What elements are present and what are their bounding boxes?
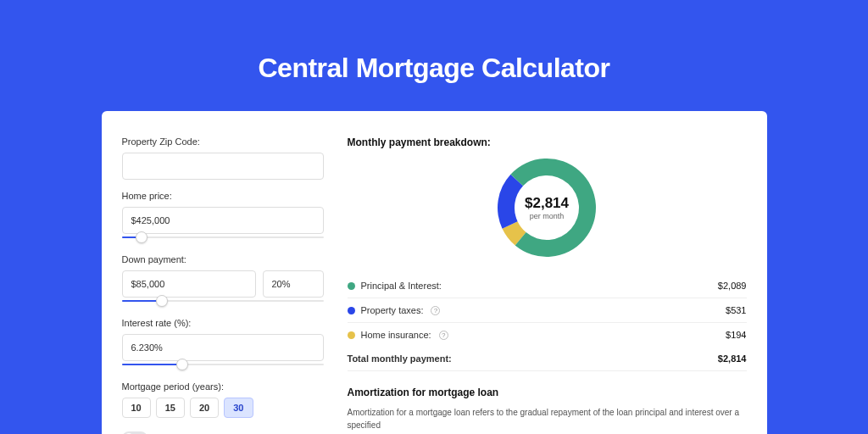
legend-value: $194: [726, 330, 746, 340]
amortization-body: Amortization for a mortgage loan refers …: [348, 407, 747, 431]
home-price-slider[interactable]: [122, 231, 324, 243]
down-payment-slider[interactable]: [122, 295, 324, 307]
slider-track: [122, 236, 324, 238]
donut-chart: $2,814 per month: [496, 157, 598, 259]
legend-left: Principal & Interest:: [348, 281, 442, 291]
donut-chart-wrap: $2,814 per month: [348, 157, 747, 259]
down-payment-label: Down payment:: [122, 254, 324, 264]
donut-center-value: $2,814: [525, 195, 569, 212]
legend-left: Home insurance:?: [348, 330, 448, 340]
zip-group: Property Zip Code:: [122, 136, 324, 180]
legend-row: Property taxes:?$531: [348, 298, 747, 323]
breakdown-heading: Monthly payment breakdown:: [348, 136, 747, 148]
page-title: Central Mortgage Calculator: [0, 0, 868, 84]
legend-total-label: Total monthly payment:: [348, 353, 452, 364]
slider-thumb[interactable]: [176, 359, 188, 370]
slider-fill: [122, 364, 182, 365]
period-option-15[interactable]: 15: [156, 398, 185, 418]
legend-row: Principal & Interest:$2,089: [348, 274, 747, 298]
legend-value: $531: [726, 305, 746, 315]
amortization-heading: Amortization for mortgage loan: [348, 387, 747, 398]
period-option-20[interactable]: 20: [190, 398, 219, 418]
period-option-30[interactable]: 30: [224, 398, 253, 418]
period-label: Mortgage period (years):: [122, 381, 324, 392]
slider-thumb[interactable]: [156, 295, 168, 307]
home-price-input[interactable]: [122, 207, 324, 234]
interest-rate-group: Interest rate (%):: [122, 318, 324, 370]
interest-rate-slider[interactable]: [122, 359, 324, 370]
down-payment-input[interactable]: [122, 270, 256, 298]
donut-center-caption: per month: [530, 212, 565, 220]
help-icon[interactable]: ?: [431, 306, 440, 315]
period-options: 10152030: [122, 398, 324, 418]
period-option-10[interactable]: 10: [122, 398, 151, 418]
home-price-label: Home price:: [122, 191, 324, 201]
donut-center: $2,814 per month: [496, 157, 598, 259]
zip-input[interactable]: [122, 153, 324, 180]
slider-thumb[interactable]: [136, 231, 147, 243]
legend-row: Home insurance:?$194: [348, 323, 747, 347]
calculator-panel: Property Zip Code: Home price: Down paym…: [102, 111, 767, 434]
period-group: Mortgage period (years): 10152030: [122, 381, 324, 418]
legend-label: Home insurance:: [361, 330, 431, 340]
breakdown-column: Monthly payment breakdown: $2,814 per mo…: [348, 136, 747, 434]
home-price-group: Home price:: [122, 191, 324, 243]
legend-dot: [348, 307, 355, 314]
legend-left: Property taxes:?: [348, 305, 441, 315]
help-icon[interactable]: ?: [439, 331, 448, 340]
legend-label: Principal & Interest:: [361, 281, 442, 291]
inputs-column: Property Zip Code: Home price: Down paym…: [122, 136, 324, 434]
legend-total-row: Total monthly payment: $2,814: [348, 347, 747, 371]
down-payment-group: Down payment:: [122, 254, 324, 307]
interest-rate-input[interactable]: [122, 334, 324, 361]
interest-rate-label: Interest rate (%):: [122, 318, 324, 328]
legend-dot: [348, 282, 355, 290]
legend-label: Property taxes:: [361, 305, 424, 315]
zip-label: Property Zip Code:: [122, 136, 324, 147]
legend-total-value: $2,814: [718, 353, 747, 364]
legend: Principal & Interest:$2,089Property taxe…: [348, 274, 747, 347]
legend-value: $2,089: [718, 281, 747, 291]
down-payment-percent-input[interactable]: [263, 270, 324, 298]
legend-dot: [348, 331, 355, 339]
